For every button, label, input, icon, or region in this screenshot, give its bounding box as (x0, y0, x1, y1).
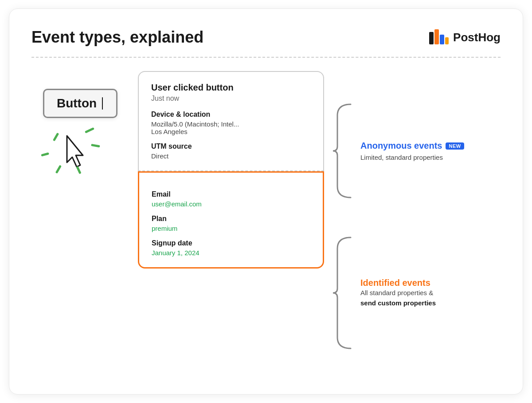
anonymous-annotation-text: Anonymous events NEW Limited, standard p… (360, 141, 464, 161)
anonymous-desc: Limited, standard properties (360, 154, 464, 161)
identified-brace-icon (333, 235, 355, 351)
anonymous-brace-icon (333, 102, 355, 200)
svg-rect-6 (85, 127, 94, 134)
identified-title: Identified events (360, 278, 436, 288)
identified-desc: All standard properties & send custom pr… (360, 288, 436, 308)
section-divider (31, 57, 501, 58)
email-label: Email (152, 190, 310, 198)
identified-annotation-text: Identified events All standard propertie… (360, 278, 436, 308)
click-effect (36, 122, 125, 185)
anonymous-event-panel: User clicked button Just now Device & lo… (138, 71, 324, 171)
header: Event types, explained PostHog (31, 27, 501, 48)
cursor-blink-icon (101, 97, 104, 110)
svg-rect-9 (55, 165, 62, 174)
plan-value: premium (152, 225, 310, 232)
svg-rect-11 (53, 133, 59, 142)
svg-rect-2 (440, 35, 444, 44)
event-panels: User clicked button Just now Device & lo… (138, 71, 324, 269)
main-content: Button (31, 71, 501, 351)
button-illustration: Button (31, 89, 129, 185)
event-title: User clicked button (151, 83, 311, 93)
button-mockup[interactable]: Button (43, 89, 117, 118)
button-label: Button (57, 96, 97, 111)
annotations-area: Anonymous events NEW Limited, standard p… (333, 71, 464, 351)
posthog-logo: PostHog (428, 27, 501, 48)
event-time: Just now (151, 95, 311, 103)
svg-rect-3 (445, 37, 449, 44)
signup-label: Signup date (152, 239, 310, 247)
utm-label: UTM source (151, 142, 311, 150)
svg-rect-8 (76, 166, 81, 174)
anonymous-title: Anonymous events NEW (360, 141, 464, 151)
device-label: Device & location (151, 111, 311, 119)
identified-annotation: Identified events All standard propertie… (333, 235, 464, 351)
new-badge: NEW (446, 142, 464, 150)
svg-rect-7 (91, 144, 100, 147)
svg-rect-1 (434, 29, 439, 44)
page-title: Event types, explained (31, 28, 203, 47)
logo-text: PostHog (453, 31, 501, 44)
utm-value: Direct (151, 152, 311, 160)
svg-rect-0 (429, 32, 434, 44)
svg-marker-5 (67, 136, 83, 167)
identified-event-panel: Email user@email.com Plan premium Signup… (138, 171, 324, 269)
anonymous-annotation: Anonymous events NEW Limited, standard p… (333, 102, 464, 200)
svg-rect-4 (102, 97, 103, 110)
posthog-logo-icon (428, 27, 450, 48)
location-value: Los Angeles (151, 128, 311, 135)
device-value: Mozilla/5.0 (Macintosh; Intel... (151, 120, 311, 128)
signup-value: January 1, 2024 (152, 249, 310, 257)
svg-rect-10 (41, 152, 49, 156)
plan-label: Plan (152, 215, 310, 223)
email-value: user@email.com (152, 200, 310, 208)
main-card: Event types, explained PostHog Button (9, 8, 523, 395)
